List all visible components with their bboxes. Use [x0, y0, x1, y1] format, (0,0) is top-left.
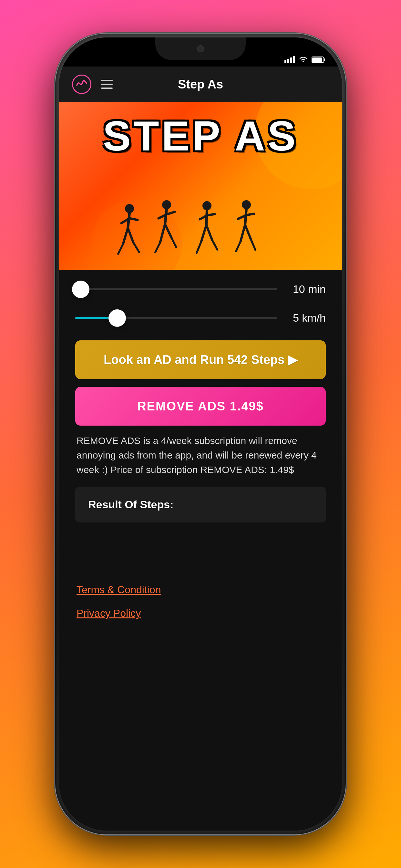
svg-line-22 — [172, 238, 176, 247]
wifi-icon — [299, 56, 308, 63]
speed-slider-row: 5 km/h — [75, 312, 326, 324]
svg-line-38 — [251, 239, 255, 250]
svg-line-33 — [241, 225, 245, 242]
logo-icon[interactable] — [72, 74, 91, 94]
main-content: 10 min 5 km/h Look an AD and Run 542 Ste… — [59, 270, 342, 831]
svg-line-12 — [129, 218, 137, 220]
time-slider-container[interactable] — [75, 286, 277, 292]
run-button[interactable]: Look an AD and Run 542 Steps ▶ — [75, 340, 326, 379]
speed-slider-label: 5 km/h — [287, 312, 326, 324]
svg-rect-6 — [312, 58, 322, 62]
result-section: Result Of Steps: — [75, 487, 326, 523]
phone-screen: Step As STEP AS — [59, 37, 342, 831]
svg-line-9 — [123, 228, 128, 244]
privacy-link[interactable]: Privacy Policy — [76, 608, 325, 619]
nav-bar: Step As — [59, 66, 342, 102]
runners-container — [59, 199, 342, 264]
svg-rect-0 — [284, 60, 286, 63]
svg-line-29 — [197, 242, 201, 253]
svg-rect-5 — [324, 58, 325, 61]
time-slider-row: 10 min — [75, 283, 326, 296]
svg-line-16 — [165, 209, 166, 224]
wave-svg — [75, 78, 88, 90]
hero-banner: STEP AS — [59, 102, 342, 270]
time-slider-track — [75, 288, 277, 290]
hero-title: STEP AS — [59, 112, 342, 160]
svg-line-32 — [245, 209, 246, 225]
svg-line-14 — [133, 243, 139, 252]
svg-line-28 — [207, 214, 215, 215]
time-slider-thumb[interactable] — [72, 281, 89, 298]
svg-line-24 — [206, 210, 207, 225]
speed-slider-fill — [75, 317, 112, 319]
svg-line-20 — [166, 212, 175, 214]
result-label: Result Of Steps: — [88, 498, 174, 510]
time-slider-label: 10 min — [287, 283, 326, 296]
svg-line-30 — [212, 240, 217, 250]
phone-notch — [155, 37, 246, 60]
menu-icon[interactable] — [101, 80, 113, 89]
svg-line-34 — [245, 225, 251, 239]
nav-title: Step As — [178, 78, 223, 91]
svg-line-21 — [155, 243, 160, 252]
result-empty-area — [75, 532, 326, 571]
svg-point-31 — [242, 200, 251, 209]
svg-point-7 — [125, 204, 134, 213]
speed-slider-thumb[interactable] — [109, 309, 126, 327]
battery-icon — [312, 56, 326, 63]
ads-description: REMOVE ADS is a 4/week subscription will… — [75, 433, 326, 477]
svg-line-37 — [236, 242, 241, 251]
svg-point-15 — [162, 200, 171, 209]
svg-line-13 — [118, 244, 123, 254]
svg-line-25 — [201, 225, 206, 242]
svg-line-26 — [206, 225, 212, 240]
link-section: Terms & Condition Privacy Policy — [75, 581, 326, 634]
remove-ads-button[interactable]: REMOVE ADS 1.49$ — [75, 387, 326, 426]
svg-point-23 — [203, 201, 212, 210]
speed-slider-container[interactable] — [75, 315, 277, 321]
svg-line-17 — [160, 224, 165, 243]
svg-line-8 — [128, 213, 129, 228]
phone-frame: Step As STEP AS — [55, 34, 346, 834]
svg-rect-1 — [287, 59, 289, 63]
signal-icon — [284, 56, 295, 63]
svg-line-18 — [165, 224, 172, 238]
camera-dot — [197, 45, 204, 52]
svg-line-36 — [246, 214, 254, 215]
svg-rect-2 — [290, 58, 292, 63]
phone-content: STEP AS — [59, 102, 342, 831]
svg-line-10 — [128, 228, 133, 243]
svg-rect-3 — [293, 56, 295, 63]
terms-link[interactable]: Terms & Condition — [76, 584, 325, 596]
runners-svg — [117, 199, 284, 264]
status-icons — [284, 56, 326, 63]
